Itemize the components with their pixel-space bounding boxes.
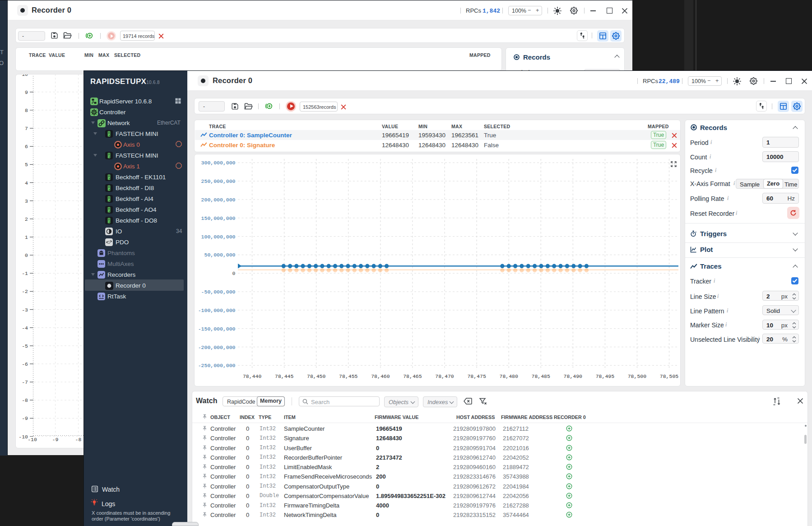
svg-text:50,000,000: 50,000,000	[204, 252, 235, 258]
svg-text:78,440: 78,440	[243, 373, 262, 379]
svg-text:-6: -6	[22, 361, 28, 367]
svg-text:5: 5	[25, 162, 28, 168]
svg-text:-5: -5	[22, 343, 28, 349]
svg-text:-250,000,000: -250,000,000	[198, 363, 236, 368]
svg-text:78,495: 78,495	[596, 373, 615, 379]
svg-text:78,505: 78,505	[660, 373, 679, 379]
svg-text:-4: -4	[22, 325, 28, 331]
svg-text:0: 0	[232, 270, 236, 276]
svg-text:-2: -2	[22, 289, 28, 294]
svg-text:-100,000,000: -100,000,000	[198, 307, 236, 313]
svg-text:-1: -1	[22, 270, 28, 276]
svg-text:78,460: 78,460	[371, 373, 390, 379]
svg-text:150,000,000: 150,000,000	[201, 215, 236, 221]
svg-text:-8: -8	[75, 437, 82, 442]
svg-text:-9: -9	[52, 437, 59, 442]
svg-text:-8: -8	[22, 397, 28, 403]
svg-text:78,475: 78,475	[467, 373, 486, 379]
svg-text:78,500: 78,500	[628, 373, 647, 379]
svg-text:8: 8	[25, 107, 28, 113]
svg-text:78,445: 78,445	[275, 373, 294, 379]
svg-text:2: 2	[25, 216, 28, 222]
svg-text:6: 6	[25, 144, 28, 149]
svg-text:-150,000,000: -150,000,000	[198, 326, 236, 332]
svg-text:-10: -10	[19, 434, 28, 440]
svg-text:78,480: 78,480	[499, 373, 518, 379]
svg-text:4: 4	[25, 180, 28, 186]
svg-text:9: 9	[25, 89, 28, 95]
svg-text:-7: -7	[22, 379, 28, 385]
svg-text:78,470: 78,470	[435, 373, 454, 379]
svg-text:-3: -3	[22, 307, 28, 313]
svg-text:200,000,000: 200,000,000	[201, 197, 236, 203]
svg-text:3: 3	[25, 198, 28, 204]
svg-text:78,455: 78,455	[339, 373, 358, 379]
svg-text:78,490: 78,490	[564, 373, 583, 379]
svg-text:78,465: 78,465	[403, 373, 422, 379]
svg-text:10: 10	[22, 74, 28, 77]
svg-text:78,485: 78,485	[531, 373, 550, 379]
svg-text:-200,000,000: -200,000,000	[198, 344, 236, 350]
svg-text:-10: -10	[28, 437, 37, 442]
svg-text:-9: -9	[22, 415, 28, 421]
svg-text:0: 0	[25, 252, 28, 258]
svg-text:100,000,000: 100,000,000	[201, 234, 236, 240]
svg-text:78,450: 78,450	[307, 373, 326, 379]
svg-text:1: 1	[25, 234, 28, 240]
svg-text:300,000,000: 300,000,000	[201, 160, 236, 166]
svg-text:7: 7	[25, 126, 28, 131]
svg-text:250,000,000: 250,000,000	[201, 178, 236, 184]
svg-text:-50,000,000: -50,000,000	[201, 289, 236, 295]
